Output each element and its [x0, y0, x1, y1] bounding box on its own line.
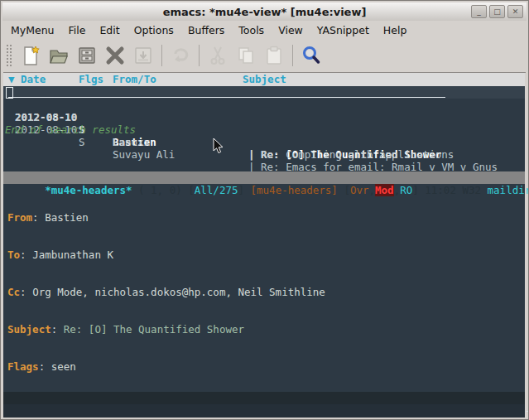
headers-mode-line: *mu4e-headers* ( 1, 0) [All/275] [mu4e-h…: [3, 171, 525, 184]
window-title: emacs: *mu4e-view* [mu4e:view]: [163, 6, 367, 18]
headers-column-bar: ▼ Date Flgs From/To Subject: [3, 73, 525, 86]
selection-underline: [8, 97, 445, 98]
row-subject: | Re: Compiling glib applications: [248, 148, 454, 161]
column-flags[interactable]: Flgs: [79, 73, 103, 85]
emacs-window: emacs: *mu4e-view* [mu4e:view] _ □ ✕ MyM…: [0, 0, 529, 420]
menu-mymenu[interactable]: MyMenu: [11, 24, 55, 36]
end-of-results-message: End of search results: [5, 123, 136, 136]
copy-icon: [232, 42, 260, 69]
header-row[interactable]: 2012-08-10 S Suvayu Ali | Re: Emacs for …: [3, 111, 525, 123]
emacs-frame: ▼ Date Flgs From/To Subject 2012-08-10 S…: [3, 73, 525, 416]
menu-buffers[interactable]: Buffers: [188, 24, 224, 36]
message-header-subject: Subject: Re: [O] The Quantified Shower: [7, 323, 525, 336]
menu-options[interactable]: Options: [134, 24, 174, 36]
menu-edit[interactable]: Edit: [99, 24, 119, 36]
save-icon[interactable]: [73, 42, 101, 69]
mu4e-view-window: From: Bastien To: Jambunathan K Cc: Org …: [3, 184, 525, 392]
paste-icon: [260, 42, 288, 69]
toolbar-grip[interactable]: [6, 44, 12, 67]
from-value[interactable]: Bastien: [45, 211, 89, 224]
menu-tools[interactable]: Tools: [238, 24, 264, 36]
cc-value[interactable]: Org Mode, nicholas.dokos@hp.com, Neil Sm…: [32, 286, 325, 298]
menu-yasnippet[interactable]: YASnippet: [317, 24, 369, 36]
header-row-selected[interactable]: 2012-08-10 S Bastien | Re: [O] The Quant…: [3, 86, 525, 99]
message-header-from: From: Bastien: [7, 211, 525, 224]
column-from[interactable]: From/To: [113, 73, 156, 85]
window-controls: _ □ ✕: [471, 5, 523, 18]
menu-view[interactable]: View: [278, 24, 303, 36]
view-mode-line: *mu4e-view* ( 1, 0) [All/372] [mu4e:view…: [3, 392, 525, 404]
toolbar-separator: [292, 45, 293, 66]
row-flags: S: [79, 136, 85, 148]
menu-file[interactable]: File: [69, 24, 86, 36]
close-button[interactable]: ✕: [507, 5, 523, 18]
mouse-cursor: [213, 138, 224, 155]
mu4e-headers-window: ▼ Date Flgs From/To Subject 2012-08-10 S…: [3, 73, 525, 171]
tool-bar: [3, 39, 526, 73]
open-file-icon[interactable]: [45, 42, 73, 69]
column-date[interactable]: ▼ Date: [8, 73, 46, 85]
toolbar-separator: [161, 45, 162, 66]
maximize-button[interactable]: □: [489, 5, 505, 18]
message-header-to: To: Jambunathan K: [7, 249, 525, 261]
minimize-button[interactable]: _: [471, 5, 487, 18]
column-subject[interactable]: Subject: [243, 73, 286, 85]
close-buffer-icon[interactable]: [101, 42, 129, 69]
row-from: Lanoxx: [113, 136, 150, 148]
menu-help[interactable]: Help: [383, 24, 407, 36]
menu-bar: MyMenu File Edit Options Buffers Tools V…: [3, 21, 526, 39]
save-as-icon: [129, 42, 157, 69]
message-header-cc: Cc: Org Mode, nicholas.dokos@hp.com, Nei…: [7, 286, 525, 298]
flags-value: seen: [51, 360, 76, 373]
header-row[interactable]: 2012-08-10 S Lanoxx | Re: Compiling glib…: [3, 99, 525, 111]
new-file-icon[interactable]: [17, 42, 45, 69]
message-header-flags: Flags: seen: [7, 360, 525, 373]
echo-area[interactable]: [3, 404, 525, 418]
title-bar[interactable]: emacs: *mu4e-view* [mu4e:view] _ □ ✕: [2, 2, 527, 21]
cut-icon: [204, 42, 232, 69]
search-icon[interactable]: [297, 42, 325, 69]
row-from: Suvayu Ali: [113, 148, 175, 161]
toolbar-separator: [199, 45, 200, 66]
subject-value: Re: [O] The Quantified Shower: [64, 323, 244, 336]
to-value[interactable]: Jambunathan K: [32, 249, 113, 261]
undo-icon: [166, 42, 195, 69]
